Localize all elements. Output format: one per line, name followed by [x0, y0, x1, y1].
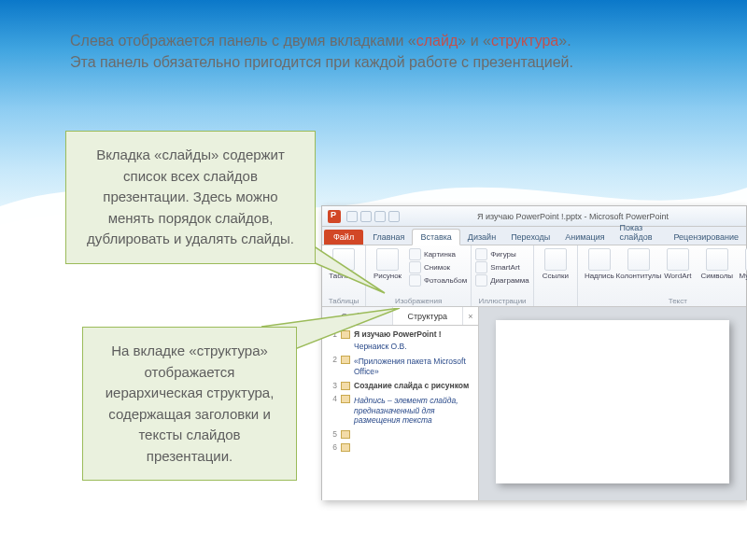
btn-album[interactable]: Фотоальбом — [409, 274, 467, 287]
btn-smartart[interactable]: SmartArt — [475, 261, 529, 273]
slide-preview[interactable] — [496, 320, 729, 483]
btn-chart[interactable]: Диаграмма — [475, 274, 529, 287]
header-line2: Эта панель обязательно пригодится при ка… — [70, 54, 573, 70]
panel-close[interactable]: × — [463, 307, 478, 325]
btn-wordart[interactable]: WordArt — [660, 248, 696, 281]
ribbon-group-illustrations: Фигуры SmartArt Диаграмма Иллюстрации — [472, 245, 534, 306]
btn-clip[interactable]: Картинка — [409, 248, 467, 260]
tab-review[interactable]: Рецензирование — [667, 230, 747, 245]
slide-icon — [341, 382, 350, 390]
outline-text: Надпись – элемент слайда, предназначенны… — [354, 394, 472, 426]
btn-media[interactable]: Мультиме — [739, 248, 747, 281]
slide-icon — [341, 395, 350, 403]
btn-symbols[interactable]: Символы — [699, 248, 735, 281]
ribbon-group-text: Надпись Колонтитулы WordArt Символы Муль… — [578, 245, 747, 306]
outline-item[interactable]: 3Создание слайда с рисунком — [328, 381, 472, 391]
window-title: Я изучаю PowerPoint !.pptx - Microsoft P… — [400, 212, 746, 221]
btn-shapes[interactable]: Фигуры — [475, 248, 529, 260]
ribbon-group-links: Ссылки — [534, 245, 578, 306]
tab-insert[interactable]: Вставка — [412, 229, 459, 245]
group-label-illustr: Иллюстрации — [475, 296, 529, 305]
header-mid: » и « — [458, 33, 491, 49]
header-pre: Слева отображается панель с двумя вкладк… — [70, 33, 416, 49]
tab-design[interactable]: Дизайн — [460, 230, 503, 245]
slide-icon — [341, 430, 350, 439]
btn-textbox[interactable]: Надпись — [582, 248, 617, 281]
outline-number: 5 — [328, 429, 337, 439]
header-highlight-1: слайд — [416, 33, 458, 49]
slide-canvas-area — [479, 307, 746, 500]
quick-access-toolbar — [346, 211, 400, 222]
group-label-links — [538, 304, 573, 305]
callout-slides-tab: Вкладка «слайды» содержит список всех сл… — [65, 131, 316, 264]
tab-transitions[interactable]: Переходы — [503, 230, 557, 245]
header-text: Слева отображается панель с двумя вкладк… — [70, 30, 677, 73]
btn-header[interactable]: Колонтитулы — [621, 248, 656, 281]
powerpoint-icon — [328, 210, 341, 223]
header-post: ». — [558, 33, 571, 49]
tab-animations[interactable]: Анимация — [557, 230, 612, 245]
header-highlight-2: структура — [491, 33, 558, 49]
outline-text: Создание слайда с рисунком — [354, 381, 469, 391]
outline-number: 3 — [328, 381, 337, 391]
btn-screenshot[interactable]: Снимок — [409, 261, 467, 273]
tab-slideshow[interactable]: Показ слайдов — [613, 220, 667, 245]
slide-icon — [341, 443, 350, 452]
outline-item[interactable]: 5 — [328, 429, 472, 439]
outline-item[interactable]: 4Надпись – элемент слайда, предназначенн… — [328, 394, 472, 426]
callout-structure-tab: На вкладке «структура» отображается иера… — [82, 327, 297, 481]
outline-number: 4 — [328, 394, 337, 426]
outline-item[interactable]: 6 — [328, 442, 472, 452]
outline-number: 6 — [328, 442, 337, 452]
group-label-text: Текст — [582, 296, 747, 305]
btn-links[interactable]: Ссылки — [538, 248, 573, 281]
